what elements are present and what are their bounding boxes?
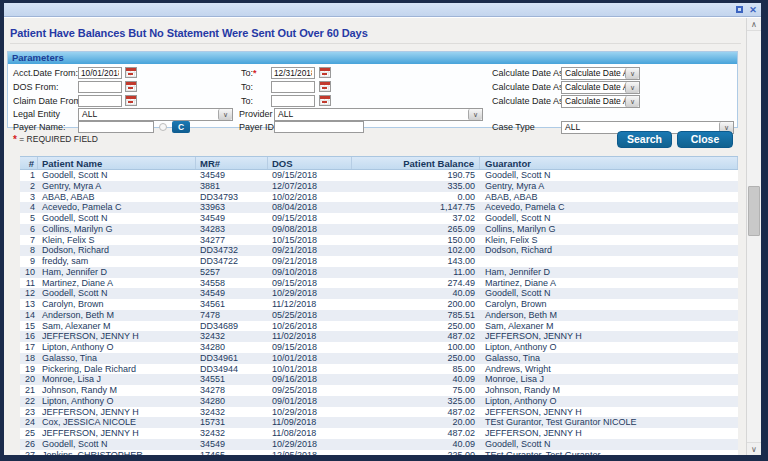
cell-number: 10 xyxy=(20,267,38,278)
cell-guarantor: JEFFERSON, JENNY H xyxy=(480,407,738,418)
cell-patient-name: Goodell, Scott N xyxy=(38,170,196,181)
claim-date-to-input[interactable] xyxy=(271,95,315,107)
cell-patient-balance: 200.00 xyxy=(352,299,480,310)
table-row[interactable]: 22Lipton, Anthony O3428009/01/2018325.00… xyxy=(20,396,738,407)
table-row[interactable]: 26Goodell, Scott N3454910/29/201840.09Go… xyxy=(20,439,738,450)
header-patient-balance[interactable]: Patient Balance xyxy=(352,157,480,169)
acct-date-from-input[interactable] xyxy=(78,67,122,79)
cell-guarantor: Anderson, Beth M xyxy=(480,310,738,321)
payer-name-input[interactable] xyxy=(78,121,154,133)
calc-date-as-label: Calculate Date As xyxy=(492,95,564,107)
table-row[interactable]: 24Cox, JESSICA NICOLE1573111/09/201820.0… xyxy=(20,417,738,428)
table-row[interactable]: 2Gentry, Myra A388112/07/2018335.00Gentr… xyxy=(20,181,738,192)
table-row[interactable]: 23JEFFERSON, JENNY H3243210/29/2018487.0… xyxy=(20,407,738,418)
table-row[interactable]: 1Goodell, Scott N3454909/15/2018190.75Go… xyxy=(20,170,738,181)
header-mr[interactable]: MR# xyxy=(196,157,268,169)
cell-number: 22 xyxy=(20,396,38,407)
claim-date-from-input[interactable] xyxy=(78,95,122,107)
cell-guarantor: JEFFERSON, JENNY H xyxy=(480,428,738,439)
cell-number: 13 xyxy=(20,299,38,310)
table-row[interactable]: 21Johnson, Randy M3427809/25/201875.00Jo… xyxy=(20,385,738,396)
cell-dos: 10/26/2018 xyxy=(268,321,352,332)
cell-mr: 34558 xyxy=(196,278,268,289)
header-number[interactable]: # xyxy=(20,157,38,169)
cell-guarantor: Goodell, Scott N xyxy=(480,439,738,450)
cell-mr: 34551 xyxy=(196,374,268,385)
table-row[interactable]: 25JEFFERSON, JENNY H3243211/08/2018487.0… xyxy=(20,428,738,439)
calc-date-as-label: Calculate Date As xyxy=(492,67,564,79)
close-button[interactable]: Close xyxy=(677,131,733,148)
maximize-button[interactable] xyxy=(734,5,744,15)
provider-label: Provider xyxy=(239,108,273,120)
cell-patient-balance: 785.51 xyxy=(352,310,480,321)
cell-guarantor: ABAB, ABAB xyxy=(480,192,738,203)
cell-number: 26 xyxy=(20,439,38,450)
table-row[interactable]: 4Acevedo, Pamela C3396308/04/20181,147.7… xyxy=(20,202,738,213)
clear-payer-button[interactable]: C xyxy=(172,121,190,133)
header-dos[interactable]: DOS xyxy=(268,157,352,169)
maximize-icon xyxy=(736,6,743,13)
payer-id-label: Payer ID: xyxy=(239,121,277,133)
table-row[interactable]: 5Goodell, Scott N3454909/15/201837.02Goo… xyxy=(20,213,738,224)
provider-select[interactable]: ALL∨ xyxy=(274,108,483,121)
page-title: Patient Have Balances But No Statement W… xyxy=(10,27,741,44)
table-row[interactable]: 8Dodson, RichardDD3473209/21/2018102.00D… xyxy=(20,245,738,256)
cell-mr: 34561 xyxy=(196,299,268,310)
calendar-icon[interactable] xyxy=(319,67,331,78)
table-row[interactable]: 11Martinez, Diane A3455809/15/2018274.49… xyxy=(20,278,738,289)
table-row[interactable]: 18Galasso, TinaDD3496110/01/2018250.00Ga… xyxy=(20,353,738,364)
calendar-icon[interactable] xyxy=(319,95,331,106)
table-row[interactable]: 7Klein, Felix S3427710/15/2018150.00Klei… xyxy=(20,235,738,246)
dos-to-input[interactable] xyxy=(271,81,315,93)
table-row[interactable]: 12Goodell, Scott N3454910/29/201840.09Go… xyxy=(20,288,738,299)
table-row[interactable]: 15Sam, Alexaner MDD3468910/26/2018250.00… xyxy=(20,321,738,332)
scroll-up-icon[interactable]: ∧ xyxy=(747,18,761,31)
cell-patient-name: Dodson, Richard xyxy=(38,245,196,256)
cell-number: 6 xyxy=(20,224,38,235)
table-row[interactable]: 3ABAB, ABABDD3479310/02/20180.00ABAB, AB… xyxy=(20,192,738,203)
table-row[interactable]: 27Jenkins, CHRISTOPHER1746512/05/2018225… xyxy=(20,450,738,456)
cell-guarantor: Carolyn, Brown xyxy=(480,299,738,310)
cell-mr: DD34722 xyxy=(196,256,268,267)
legal-entity-select[interactable]: ALL∨ xyxy=(78,108,233,121)
calendar-icon[interactable] xyxy=(319,81,331,92)
cell-patient-name: JEFFERSON, JENNY H xyxy=(38,428,196,439)
search-button[interactable]: Search xyxy=(617,131,672,148)
calc-date-as-select[interactable]: Calculate Date As∨ xyxy=(561,95,640,108)
table-row[interactable]: 9freddy, samDD3472209/21/2018143.00 xyxy=(20,256,738,267)
calendar-icon[interactable] xyxy=(125,67,137,78)
cell-guarantor: Andrews, Wright xyxy=(480,364,738,375)
table-row[interactable]: 19Pickering, Dale RichardDD3494410/01/20… xyxy=(20,364,738,375)
cell-number: 5 xyxy=(20,213,38,224)
calc-date-as-select[interactable]: Calculate Date As∨ xyxy=(561,81,640,94)
cell-guarantor: Lipton, Anthony O xyxy=(480,396,738,407)
acct-date-to-input[interactable] xyxy=(271,67,315,79)
calendar-icon[interactable] xyxy=(125,95,137,106)
close-window-button[interactable]: ✕ xyxy=(748,5,758,15)
payer-id-input[interactable] xyxy=(274,121,364,133)
cell-patient-name: Sam, Alexaner M xyxy=(38,321,196,332)
cell-patient-balance: 150.00 xyxy=(352,235,480,246)
table-row[interactable]: 16JEFFERSON, JENNY H3243211/02/2018487.0… xyxy=(20,331,738,342)
dos-from-input[interactable] xyxy=(78,81,122,93)
cell-patient-name: Carolyn, Brown xyxy=(38,299,196,310)
scrollbar-thumb[interactable] xyxy=(748,186,760,236)
calc-date-as-select[interactable]: Calculate Date As∨ xyxy=(561,67,640,80)
cell-mr: DD34689 xyxy=(196,321,268,332)
cell-guarantor: Ham, Jennifer D xyxy=(480,267,738,278)
table-row[interactable]: 14Anderson, Beth M747805/25/2018785.51An… xyxy=(20,310,738,321)
table-row[interactable]: 17Lipton, Anthony O3428009/15/2018100.00… xyxy=(20,342,738,353)
calendar-icon[interactable] xyxy=(125,81,137,92)
cell-dos: 10/01/2018 xyxy=(268,353,352,364)
cell-patient-name: ABAB, ABAB xyxy=(38,192,196,203)
table-row[interactable]: 6Collins, Marilyn G3428309/08/2018265.09… xyxy=(20,224,738,235)
cell-number: 20 xyxy=(20,374,38,385)
table-row[interactable]: 10Ham, Jennifer D525709/10/201811.00Ham,… xyxy=(20,267,738,278)
cell-mr: 15731 xyxy=(196,417,268,428)
table-row[interactable]: 13Carolyn, Brown3456111/12/2018200.00Car… xyxy=(20,299,738,310)
table-row[interactable]: 20Monroe, Lisa J3455109/16/201840.09Monr… xyxy=(20,374,738,385)
header-guarantor[interactable]: Guarantor xyxy=(480,157,738,169)
header-patient-name[interactable]: Patient Name xyxy=(38,157,196,169)
scroll-down-icon[interactable]: ∨ xyxy=(747,442,761,455)
vertical-scrollbar[interactable]: ∧ ∨ xyxy=(746,18,761,455)
